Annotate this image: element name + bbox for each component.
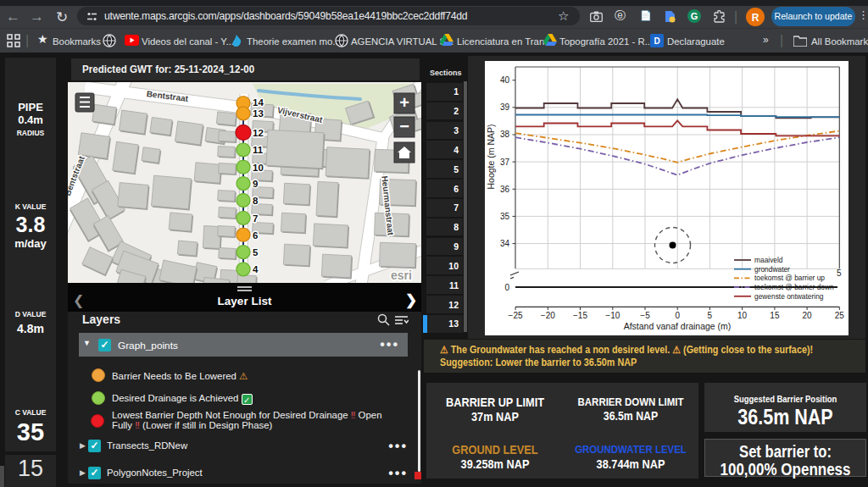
svg-text:toekomst @ barrier down: toekomst @ barrier down [754, 283, 834, 291]
svg-text:10: 10 [253, 163, 264, 173]
svg-text:5: 5 [253, 247, 259, 257]
svg-text:15: 15 [770, 311, 780, 320]
svg-text:4: 4 [253, 264, 259, 274]
svg-text:maaiveld: maaiveld [754, 256, 783, 264]
svg-text:10: 10 [737, 311, 748, 320]
svg-text:−10: −10 [605, 311, 620, 320]
svg-text:grondwater: grondwater [754, 265, 790, 274]
svg-text:R: R [752, 12, 760, 24]
svg-text:−20: −20 [541, 311, 555, 320]
svg-text:20: 20 [803, 311, 813, 320]
svg-text:−5: −5 [640, 311, 650, 320]
svg-text:D: D [654, 36, 659, 46]
svg-text:37: 37 [500, 158, 510, 167]
svg-text:7: 7 [253, 213, 258, 224]
svg-text:toekomst @ barrier up: toekomst @ barrier up [754, 274, 825, 282]
svg-text:6: 6 [253, 230, 258, 241]
svg-text:40: 40 [500, 75, 510, 85]
svg-text:34: 34 [500, 239, 510, 248]
svg-text:39: 39 [500, 102, 510, 112]
svg-text:36: 36 [500, 185, 510, 194]
svg-text:−15: −15 [573, 311, 587, 320]
svg-text:esri: esri [391, 268, 412, 282]
svg-text:13: 13 [253, 108, 264, 119]
svg-text:−: − [399, 117, 409, 136]
svg-text:0: 0 [675, 311, 680, 320]
svg-text:11: 11 [253, 145, 264, 155]
svg-text:9: 9 [253, 179, 258, 189]
svg-text:35: 35 [500, 212, 510, 221]
svg-text:8: 8 [253, 196, 259, 206]
svg-text:25: 25 [835, 311, 845, 320]
svg-text:5: 5 [708, 311, 713, 320]
svg-text:Hoogte (m NAP): Hoogte (m NAP) [486, 124, 496, 189]
svg-text:gewenste ontwatering: gewenste ontwatering [754, 292, 824, 301]
svg-text:14: 14 [253, 97, 264, 108]
svg-text:38: 38 [500, 130, 510, 139]
svg-text:−25: −25 [509, 311, 523, 320]
svg-text:Afstand vanaf drainage (m): Afstand vanaf drainage (m) [624, 321, 732, 331]
svg-text:5: 5 [837, 268, 842, 278]
svg-text:0: 0 [504, 283, 509, 292]
svg-text:G: G [691, 11, 698, 21]
svg-text:+: + [399, 93, 409, 112]
svg-text:12: 12 [253, 128, 264, 138]
